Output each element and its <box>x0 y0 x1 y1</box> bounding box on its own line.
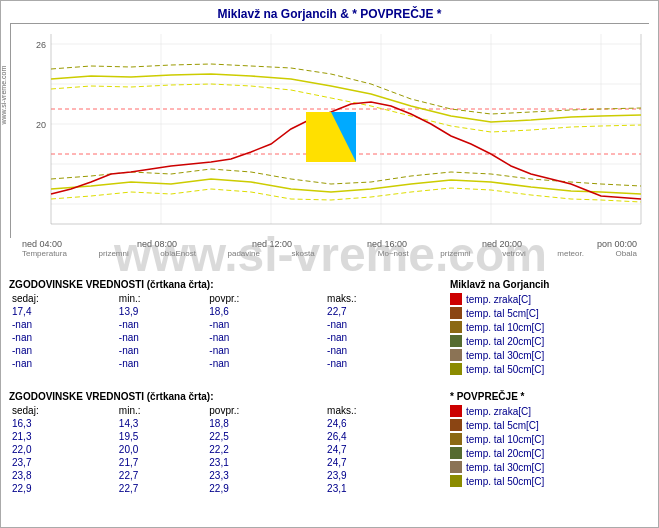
svg-text:26: 26 <box>36 40 46 50</box>
col-povpr2: povpr.: <box>206 404 324 417</box>
legend-label: temp. tal 20cm[C] <box>466 448 544 459</box>
data-section-1: ZGODOVINSKE VREDNOSTI (črtkana črta): se… <box>9 279 440 377</box>
table-row: -nan -nan -nan -nan <box>9 318 440 331</box>
x-label-1: ned 04:00 <box>22 239 62 249</box>
bottom-data: ZGODOVINSKE VREDNOSTI (črtkana črta): se… <box>1 279 658 377</box>
table-row: 16,3 14,3 18,8 24,6 <box>9 417 440 430</box>
table-row: 23,7 21,7 23,1 24,7 <box>9 456 440 469</box>
col-sedaj2: sedaj: <box>9 404 116 417</box>
col-min1: min.: <box>116 292 206 305</box>
color-swatch-6 <box>450 363 462 375</box>
legend-label: temp. tal 20cm[C] <box>466 336 544 347</box>
section1-table: sedaj: min.: povpr.: maks.: 17,4 13,9 18… <box>9 292 440 370</box>
table-row: -nan -nan -nan -nan <box>9 331 440 344</box>
legend-label: temp. zraka[C] <box>466 406 531 417</box>
table-row: -nan -nan -nan -nan <box>9 357 440 370</box>
table-row: -nan -nan -nan -nan <box>9 344 440 357</box>
legend1-title: Miklavž na Gorjancih <box>450 279 650 290</box>
legend-label: temp. tal 50cm[C] <box>466 476 544 487</box>
x-label-3: ned 12:00 <box>252 239 292 249</box>
legend-item: temp. tal 5cm[C] <box>450 419 650 431</box>
legend-label: temp. tal 5cm[C] <box>466 420 539 431</box>
color-swatch-8 <box>450 419 462 431</box>
side-label: www.si-vreme.com <box>0 66 7 125</box>
legend-item: temp. tal 5cm[C] <box>450 307 650 319</box>
main-container: Miklavž na Gorjancih & * POVPREČJE * 26 … <box>0 0 659 528</box>
legend-label: temp. zraka[C] <box>466 294 531 305</box>
legend-section-2: * POVPREČJE * temp. zraka[C] temp. tal 5… <box>450 391 650 495</box>
chart-title: Miklavž na Gorjancih & * POVPREČJE * <box>1 1 658 23</box>
legend-item: temp. tal 10cm[C] <box>450 321 650 333</box>
legend-label: temp. tal 10cm[C] <box>466 434 544 445</box>
chart-svg: 26 20 <box>11 24 650 239</box>
legend-item: temp. tal 50cm[C] <box>450 475 650 487</box>
bottom-data-2: ZGODOVINSKE VREDNOSTI (črtkana črta): se… <box>1 391 658 495</box>
legend-item: temp. tal 30cm[C] <box>450 349 650 361</box>
color-swatch-10 <box>450 447 462 459</box>
x-label-6: pon 00:00 <box>597 239 637 249</box>
section2-header: ZGODOVINSKE VREDNOSTI (črtkana črta): <box>9 391 440 402</box>
table-row: 17,4 13,9 18,6 22,7 <box>9 305 440 318</box>
color-swatch-4 <box>450 335 462 347</box>
x-label-4: ned 16:00 <box>367 239 407 249</box>
color-swatch-3 <box>450 321 462 333</box>
legend-label: temp. tal 30cm[C] <box>466 350 544 361</box>
col-povpr1: povpr.: <box>206 292 324 305</box>
legend-item: temp. tal 10cm[C] <box>450 433 650 445</box>
color-swatch-5 <box>450 349 462 361</box>
table-row: 22,9 22,7 22,9 23,1 <box>9 482 440 495</box>
col-sedaj1: sedaj: <box>9 292 116 305</box>
x-label-5: ned 20:00 <box>482 239 522 249</box>
color-swatch-7 <box>450 405 462 417</box>
chart-area: 26 20 <box>10 23 649 238</box>
svg-text:20: 20 <box>36 120 46 130</box>
legend-label: temp. tal 50cm[C] <box>466 364 544 375</box>
table-row: 21,3 19,5 22,5 26,4 <box>9 430 440 443</box>
x-axis-labels: ned 04:00 ned 08:00 ned 12:00 ned 16:00 … <box>10 239 649 249</box>
color-swatch-1 <box>450 293 462 305</box>
section2-table: sedaj: min.: povpr.: maks.: 16,3 14,3 18… <box>9 404 440 495</box>
legend-item: temp. zraka[C] <box>450 405 650 417</box>
x-sub-labels: Temperatura prizemni oblaEnost padavine … <box>10 249 649 258</box>
section1-header: ZGODOVINSKE VREDNOSTI (črtkana črta): <box>9 279 440 290</box>
legend-label: temp. tal 30cm[C] <box>466 462 544 473</box>
col-min2: min.: <box>116 404 206 417</box>
legend-label: temp. tal 5cm[C] <box>466 308 539 319</box>
legend-item: temp. zraka[C] <box>450 293 650 305</box>
legend-item: temp. tal 50cm[C] <box>450 363 650 375</box>
legend-label: temp. tal 10cm[C] <box>466 322 544 333</box>
legend2-title: * POVPREČJE * <box>450 391 650 402</box>
color-swatch-9 <box>450 433 462 445</box>
table-row: 23,8 22,7 23,3 23,9 <box>9 469 440 482</box>
color-swatch-2 <box>450 307 462 319</box>
x-label-2: ned 08:00 <box>137 239 177 249</box>
col-maks2: maks.: <box>324 404 440 417</box>
table-row: 22,0 20,0 22,2 24,7 <box>9 443 440 456</box>
legend-item: temp. tal 20cm[C] <box>450 335 650 347</box>
legend-item: temp. tal 20cm[C] <box>450 447 650 459</box>
color-swatch-12 <box>450 475 462 487</box>
legend-section-1: Miklavž na Gorjancih temp. zraka[C] temp… <box>450 279 650 377</box>
legend-item: temp. tal 30cm[C] <box>450 461 650 473</box>
color-swatch-11 <box>450 461 462 473</box>
col-maks1: maks.: <box>324 292 440 305</box>
data-section-2: ZGODOVINSKE VREDNOSTI (črtkana črta): se… <box>9 391 440 495</box>
